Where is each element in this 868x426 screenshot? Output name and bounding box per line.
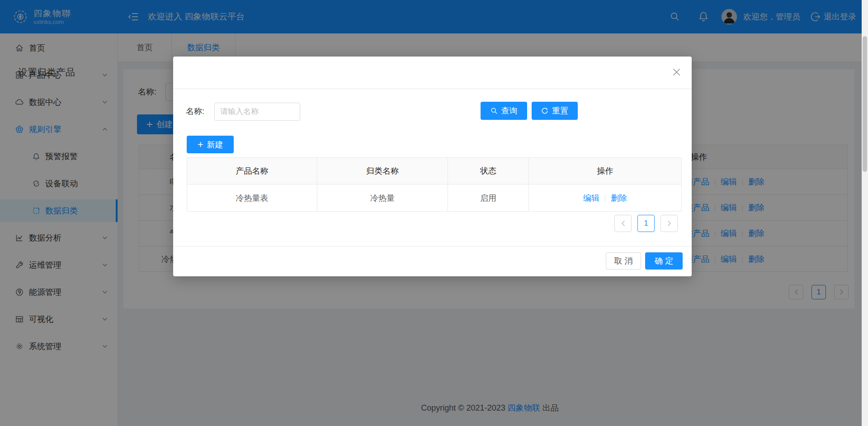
modal-col-category-header: 归类名称 bbox=[317, 158, 448, 185]
search-icon bbox=[491, 107, 498, 114]
cell-category-name: 冷热量 bbox=[317, 185, 448, 212]
page-scrollbar[interactable] bbox=[862, 0, 868, 426]
edit-link[interactable]: 编辑 bbox=[583, 194, 599, 203]
search-button-label: 查询 bbox=[501, 105, 518, 116]
reset-button[interactable]: 重置 bbox=[532, 102, 578, 120]
reset-icon bbox=[541, 107, 548, 114]
search-button[interactable]: 查询 bbox=[481, 102, 527, 120]
modal-title: 设置归类产品 bbox=[18, 66, 75, 79]
delete-link[interactable]: 删除 bbox=[611, 194, 627, 203]
app-root: 四象物聯 sxlinks.com 欢迎进入 四象物联云平台 bbox=[0, 0, 868, 426]
close-icon[interactable] bbox=[670, 65, 683, 79]
modal-footer-divider bbox=[173, 246, 692, 246]
modal-pagination-prev[interactable] bbox=[614, 215, 632, 232]
modal-col-product-header: 产品名称 bbox=[187, 158, 317, 185]
cell-product-name: 冷热量表 bbox=[187, 185, 317, 212]
new-button-label: 新建 bbox=[207, 139, 223, 150]
modal-pagination-next[interactable] bbox=[660, 215, 678, 232]
modal-table: 产品名称 归类名称 状态 操作 冷热量表 冷热量 启用 编辑删除 bbox=[187, 157, 682, 212]
modal-name-input[interactable] bbox=[214, 103, 300, 121]
reset-button-label: 重置 bbox=[552, 105, 568, 116]
cancel-button[interactable]: 取 消 bbox=[606, 252, 641, 270]
modal-pagination-page-1[interactable]: 1 bbox=[637, 215, 655, 232]
plus-icon bbox=[198, 142, 203, 147]
cell-status: 启用 bbox=[448, 185, 529, 212]
table-row: 冷热量表 冷热量 启用 编辑删除 bbox=[187, 185, 682, 212]
confirm-button[interactable]: 确 定 bbox=[645, 252, 683, 270]
modal-header-divider bbox=[173, 89, 692, 89]
modal-name-label: 名称: bbox=[186, 106, 204, 117]
modal-col-ops-header: 操作 bbox=[529, 158, 682, 185]
new-button[interactable]: 新建 bbox=[187, 136, 234, 153]
scrollbar-thumb[interactable] bbox=[863, 36, 867, 172]
modal-col-status-header: 状态 bbox=[448, 158, 529, 185]
